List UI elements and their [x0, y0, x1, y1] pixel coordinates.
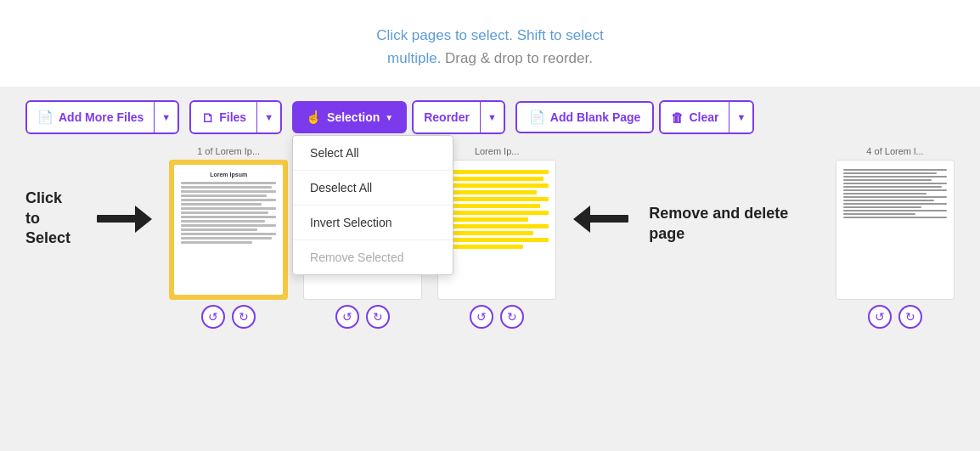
arrow-right-annotation: [97, 204, 152, 238]
arrow-left-annotation: [573, 204, 628, 238]
menu-item-deselect-all[interactable]: Deselect All: [293, 171, 453, 206]
clear-label: Clear: [689, 110, 718, 124]
menu-item-select-all[interactable]: Select All: [293, 136, 453, 171]
add-more-files-label: Add More Files: [59, 110, 144, 124]
selection-dropdown-menu: Select All Deselect All Invert Selection…: [292, 135, 453, 275]
page-thumb-1[interactable]: Lorem Ipsum: [169, 160, 288, 300]
files-caret[interactable]: ▼: [257, 105, 280, 129]
selection-dropdown-container[interactable]: ☝ Selection ▼ Select All Deselect All In…: [292, 101, 407, 133]
selection-icon: ☝: [306, 110, 322, 125]
selection-btn[interactable]: ☝ Selection ▼: [292, 101, 407, 133]
page-controls-2: ↺ ↻: [335, 305, 390, 329]
add-blank-page-label: Add Blank Page: [550, 110, 641, 124]
page-thumb-4[interactable]: [836, 160, 955, 300]
page-controls-1: ↺ ↻: [201, 305, 256, 329]
files-btn[interactable]: 🗋 Files ▼: [189, 100, 282, 134]
page-label-4: 4 of Lorem l...: [866, 146, 923, 156]
annotation-right-label: Remove and delete page: [649, 204, 820, 244]
instruction-area: Click pages to select. Shift to select m…: [0, 0, 980, 87]
menu-item-remove-selected[interactable]: Remove Selected: [293, 240, 453, 274]
page-controls-3: ↺ ↻: [470, 305, 524, 329]
annotation-left-label: Click to Select: [25, 189, 78, 248]
reorder-label: Reorder: [424, 110, 470, 124]
page-card-3[interactable]: Lorem Ip... ↺ ↻: [437, 146, 556, 329]
clear-btn[interactable]: 🗑 Clear ▼: [659, 100, 754, 134]
page-label-3: Lorem Ip...: [475, 146, 520, 156]
toolbar: 📄 Add More Files ▼ 🗋 Files ▼ ☝ Selection…: [25, 100, 955, 134]
rotate-right-btn-1[interactable]: ↻: [232, 305, 256, 329]
reorder-caret[interactable]: ▼: [481, 105, 504, 129]
add-more-files-icon: 📄: [37, 110, 54, 125]
files-label: Files: [219, 110, 246, 124]
rotate-left-btn-4[interactable]: ↺: [868, 305, 892, 329]
page-card-1[interactable]: 1 of Lorem Ip... Lorem Ipsum: [169, 146, 288, 329]
add-blank-page-btn[interactable]: 📄 Add Blank Page: [515, 101, 655, 133]
rotate-right-btn-3[interactable]: ↻: [500, 305, 524, 329]
add-blank-page-icon: 📄: [529, 110, 545, 125]
instruction-line2-prefix: multiple.: [387, 50, 445, 66]
annotation-right: Remove and delete page: [649, 204, 820, 244]
page-card-4[interactable]: 4 of Lorem l... ↺ ↻: [836, 146, 955, 329]
toolbar-area: 📄 Add More Files ▼ 🗋 Files ▼ ☝ Selection…: [0, 87, 980, 134]
rotate-right-btn-2[interactable]: ↻: [366, 305, 390, 329]
selection-label: Selection: [327, 110, 380, 124]
rotate-left-btn-3[interactable]: ↺: [470, 305, 493, 329]
page-controls-4: ↺ ↻: [868, 305, 922, 329]
clear-caret[interactable]: ▼: [729, 105, 752, 129]
add-more-files-caret[interactable]: ▼: [155, 105, 177, 129]
rotate-left-btn-1[interactable]: ↺: [201, 305, 225, 329]
page-thumb-3[interactable]: [437, 160, 556, 300]
instruction-line2-drag: Drag & drop to reorder.: [445, 50, 593, 66]
menu-item-invert-selection[interactable]: Invert Selection: [293, 206, 453, 240]
instruction-line1: Click pages to select. Shift to select: [376, 27, 603, 43]
selection-caret: ▼: [385, 113, 393, 122]
pages-area: Click to Select 1 of Lorem Ip... Lorem I…: [0, 134, 980, 329]
reorder-btn[interactable]: Reorder ▼: [412, 100, 505, 134]
page-label-1: 1 of Lorem Ip...: [197, 146, 260, 156]
files-icon: 🗋: [201, 110, 214, 125]
clear-icon: 🗑: [671, 110, 684, 125]
rotate-left-btn-2[interactable]: ↺: [335, 305, 359, 329]
add-more-files-btn[interactable]: 📄 Add More Files ▼: [25, 100, 179, 134]
rotate-right-btn-4[interactable]: ↻: [898, 305, 922, 329]
annotation-left: Click to Select: [25, 189, 78, 248]
